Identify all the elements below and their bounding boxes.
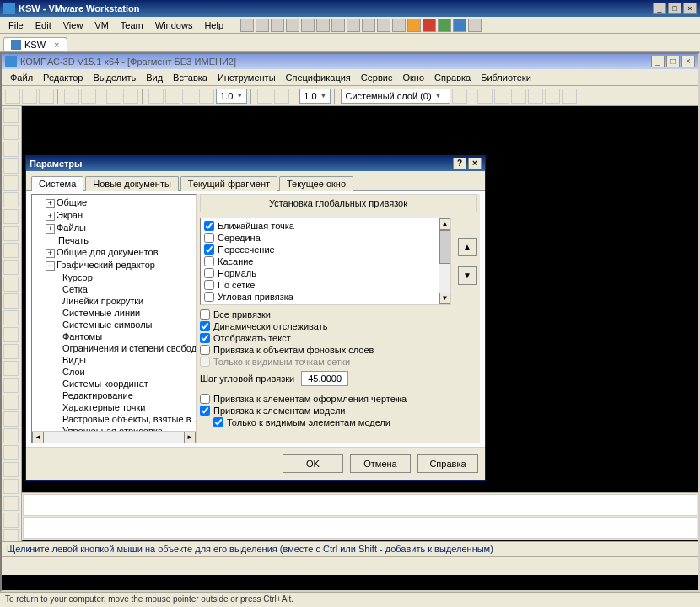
snap-row[interactable]: Середина [202,232,449,244]
menu-view[interactable]: View [58,19,89,32]
k-tool-zoom[interactable] [199,89,214,104]
vm-tab-ksw[interactable]: KSW × [3,37,67,51]
side-tool[interactable] [3,327,19,342]
side-tool[interactable] [3,260,19,275]
kompas-close-button[interactable]: × [681,56,695,67]
kmenu-tools[interactable]: Инструменты [213,71,281,84]
minimize-button[interactable]: _ [653,3,666,14]
k-tool-zoom[interactable] [182,89,197,104]
checkbox[interactable] [200,321,210,331]
snap-row[interactable]: Нормаль [202,267,449,279]
tree-item[interactable]: Фантомы [34,330,194,342]
kmenu-select[interactable]: Выделить [88,71,141,84]
k-tool-zoom[interactable] [148,89,164,104]
opt-visible-model[interactable]: Только к видимым элементам модели [200,416,477,428]
side-tool[interactable] [3,293,19,309]
snap-checkbox[interactable] [204,292,214,302]
side-tool[interactable] [3,108,19,123]
kmenu-service[interactable]: Сервис [356,71,398,84]
kompas-maximize-button[interactable]: □ [666,56,680,67]
move-up-button[interactable]: ▲ [458,238,477,256]
k-tool-zoom[interactable] [165,89,180,104]
k-tool-btn[interactable] [452,89,467,104]
close-button[interactable]: × [683,3,697,14]
checkbox[interactable] [200,394,210,404]
menu-vm[interactable]: VM [89,19,114,32]
k-tool-btn[interactable] [274,89,289,104]
tree-item[interactable]: −Графический редактор [34,259,194,271]
expand-icon[interactable]: + [46,212,55,221]
k-tool-btn[interactable] [545,89,560,104]
snap-row[interactable]: Угловая привязка [202,291,449,303]
vm-pause-icon[interactable] [407,19,421,32]
kmenu-spec[interactable]: Спецификация [281,71,356,84]
tree-item[interactable]: +Файлы [34,222,194,234]
k-zoom-combo[interactable]: 1.0▼ [216,89,247,104]
k-tool-btn[interactable] [528,89,543,104]
vm-tool-icon[interactable] [392,19,406,32]
scroll-right-icon[interactable]: ► [184,432,196,443]
k-tool-preview[interactable] [81,89,96,104]
vm-tool-icon[interactable] [240,19,254,32]
menu-help[interactable]: Help [199,19,229,32]
vm-tool-icon[interactable] [362,19,375,32]
k-tool-btn[interactable] [494,89,509,104]
side-tool[interactable] [3,310,19,325]
kmenu-libs[interactable]: Библиотеки [476,71,536,84]
tree-item[interactable]: Виды [34,354,194,366]
snap-checkbox[interactable] [204,256,214,266]
snaps-list[interactable]: Ближайшая точка Середина Пересечение Кас… [200,218,451,305]
side-tool[interactable] [3,378,19,393]
opt-model[interactable]: Привязка к элементам модели [200,405,477,416]
side-tool[interactable] [3,445,19,460]
dialog-close-button[interactable]: × [468,158,482,169]
tree-item[interactable]: Ограничения и степени свободы [34,342,194,354]
vm-tool-icon[interactable] [453,19,466,32]
side-tool[interactable] [3,513,19,528]
expand-icon[interactable]: + [46,249,55,258]
menu-windows[interactable]: Windows [150,19,198,32]
tree-item[interactable]: Курсор [34,271,194,283]
collapse-icon[interactable]: − [46,261,55,271]
k-tool-new[interactable] [5,89,20,104]
expand-icon[interactable]: + [46,199,55,208]
tree-item[interactable]: Растровые объекты, взятые в ... [34,413,194,425]
opt-decor[interactable]: Привязка к элементам оформления чертежа [200,393,477,405]
side-tool[interactable] [3,142,19,157]
snap-row[interactable]: Пересечение [202,244,449,255]
scroll-thumb[interactable] [439,230,450,264]
tab-current-window[interactable]: Текущее окно [279,176,353,191]
checkbox[interactable] [213,417,223,427]
maximize-button[interactable]: □ [668,3,681,14]
kmenu-help[interactable]: Справка [429,71,476,84]
tree-item[interactable]: Линейки прокрутки [34,295,194,307]
help-button[interactable]: Справка [417,454,478,473]
side-tool[interactable] [3,462,19,477]
vm-tool-icon[interactable] [316,19,330,32]
k-tool-btn[interactable] [562,89,577,104]
ok-button[interactable]: OK [283,454,343,473]
k-tool-save[interactable] [39,89,54,104]
side-tool[interactable] [3,175,19,191]
snap-checkbox[interactable] [204,244,214,255]
opt-show-text[interactable]: Отображать текст [200,332,477,344]
k-tool-print[interactable] [64,89,79,104]
side-tool[interactable] [3,125,19,140]
vm-tool-icon[interactable] [468,19,482,32]
checkbox[interactable] [200,309,210,320]
k-scale-combo[interactable]: 1.0▼ [299,89,331,104]
side-tool[interactable] [3,226,19,241]
kmenu-insert[interactable]: Вставка [168,71,213,84]
side-tool[interactable] [3,479,19,494]
tree-item[interactable]: +Общие для документов [34,246,194,259]
kmenu-view[interactable]: Вид [141,71,168,84]
vm-tool-icon[interactable] [347,19,360,32]
side-tool[interactable] [3,192,19,207]
k-tool-cut[interactable] [106,89,121,104]
vm-tool-icon[interactable] [301,19,315,32]
scroll-down-icon[interactable]: ▼ [439,293,450,304]
checkbox[interactable] [200,406,210,416]
k-tool-copy[interactable] [123,89,138,104]
menu-file[interactable]: File [3,19,29,32]
vm-tool-icon[interactable] [377,19,390,32]
